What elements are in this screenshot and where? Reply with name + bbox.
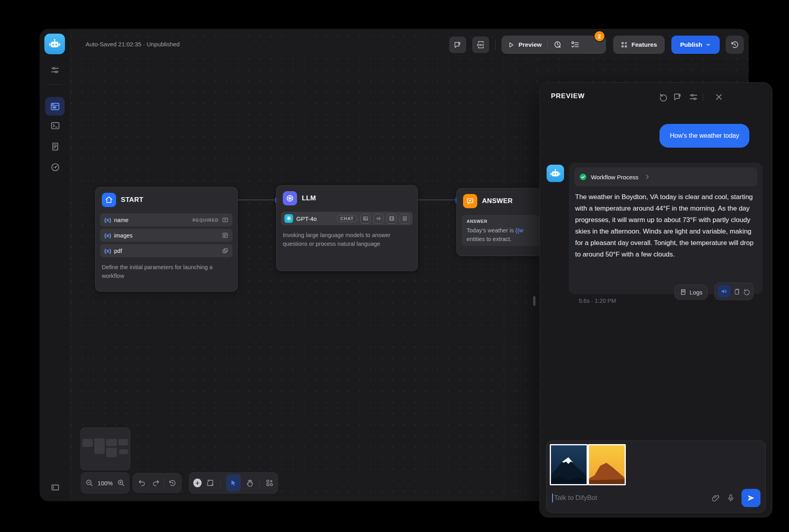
add-node-button[interactable] [193, 479, 202, 487]
paragraph-field-type-icon [222, 232, 229, 239]
chat-input-container [546, 441, 766, 513]
redo-icon[interactable] [152, 479, 160, 487]
copy-icon[interactable] [733, 288, 741, 295]
variable-icon: {x} [104, 217, 111, 223]
preview-button[interactable]: Preview [518, 41, 542, 48]
version-history-button[interactable] [726, 36, 744, 54]
message-meta: 5.6s · 1:20 PM [579, 298, 616, 304]
read-aloud-button[interactable] [717, 285, 731, 298]
bot-avatar [547, 165, 564, 182]
sidebar-settings-icon[interactable] [50, 65, 60, 75]
chat-input[interactable] [552, 494, 705, 502]
history-toolbar [133, 473, 181, 493]
node-llm[interactable]: LLM ✳ GPT-4o CHAT Invoking large [276, 185, 418, 271]
autosave-status: Auto-Saved 21:02:35 · Unpublished [86, 41, 180, 48]
sidebar-logs-tab[interactable] [50, 142, 60, 151]
panel-resize-handle[interactable] [533, 296, 536, 306]
start-node-header: START [95, 187, 237, 211]
send-icon [747, 494, 755, 502]
edge-llm-answer [417, 200, 456, 200]
zoom-level[interactable]: 100% [97, 480, 112, 486]
robot-icon [48, 37, 61, 51]
answer-template-box: ANSWER Today’s weather is {{w entities t… [462, 215, 539, 246]
annotation-icon [454, 41, 462, 49]
chat-input-row [552, 488, 760, 507]
logs-icon [680, 289, 687, 296]
start-field-name[interactable]: {x} name REQUIRED [100, 213, 233, 226]
start-node-description: Define the initial parameters for launch… [95, 257, 237, 280]
variable-icon: {x} [104, 248, 111, 254]
chevron-down-icon [705, 42, 711, 48]
home-icon [102, 193, 116, 207]
answer-variable-token: {{w [515, 227, 523, 234]
required-badge: REQUIRED [192, 218, 219, 222]
uploaded-image-fuji[interactable] [550, 444, 588, 485]
canvas-minimap[interactable] [80, 428, 130, 470]
llm-node-title: LLM [302, 194, 316, 202]
bot-message-bubble: Workflow Process The weather in Boydton,… [569, 163, 763, 294]
start-field-images[interactable]: {x} images [100, 229, 233, 242]
zoom-out-icon[interactable] [85, 479, 93, 487]
sidebar-orchestrate-tab[interactable] [45, 97, 65, 116]
zoom-toolbar: 100% [81, 472, 130, 494]
run-history-icon[interactable] [553, 40, 562, 49]
pointer-icon [229, 479, 237, 487]
organize-nodes-icon[interactable] [265, 479, 274, 487]
close-icon[interactable] [714, 92, 724, 102]
edge-start-llm [237, 200, 276, 200]
regenerate-icon[interactable] [743, 288, 751, 295]
start-field-pdf[interactable]: {x} pdf [100, 244, 233, 257]
app-logo[interactable] [44, 34, 65, 54]
publish-button[interactable]: Publish [671, 36, 720, 54]
sidebar-monitoring-tab[interactable] [50, 162, 60, 172]
hand-mode-icon[interactable] [246, 479, 254, 487]
conversation-settings-icon[interactable] [689, 92, 698, 102]
bot-message-text: The weather in Boydton, VA today is clea… [574, 191, 759, 260]
annotation-reply-icon[interactable] [673, 92, 682, 102]
orchestrate-icon [50, 101, 60, 112]
text-field-type-icon [222, 217, 229, 223]
add-note-icon[interactable] [206, 479, 215, 487]
annotation-button[interactable] [449, 36, 466, 53]
tools-toolbar [189, 472, 278, 494]
answer-template-line2: entities to extract. [467, 235, 535, 243]
node-start[interactable]: START {x} name REQUIRED {x} images {x} p… [95, 187, 238, 292]
send-button[interactable] [741, 489, 760, 507]
collapse-sidebar-icon[interactable] [50, 483, 60, 492]
restart-conversation-icon[interactable] [659, 92, 668, 102]
features-button[interactable]: Features [613, 36, 665, 54]
voice-input-icon[interactable] [726, 494, 735, 502]
variable-icon: {x} [104, 232, 111, 238]
change-history-icon[interactable] [168, 479, 176, 487]
files-field-type-icon [222, 247, 229, 254]
features-icon [621, 41, 628, 48]
speaker-icon [720, 288, 728, 295]
attach-file-icon[interactable] [711, 494, 720, 502]
preview-panel: PREVIEW How's the weather today Workflow… [539, 82, 772, 517]
pointer-mode-button[interactable] [226, 474, 241, 492]
user-message-bubble: How's the weather today [659, 124, 749, 148]
vision-capability-icon [360, 214, 370, 224]
video-capability-icon [387, 214, 396, 224]
uploaded-image-sunset[interactable] [588, 444, 626, 485]
checklist-icon[interactable] [571, 40, 579, 49]
answer-node-title: ANSWER [482, 197, 513, 205]
answer-template-line1: Today’s weather is {{w [467, 226, 535, 235]
play-icon[interactable] [508, 42, 515, 48]
llm-icon [283, 191, 297, 205]
zoom-in-icon[interactable] [117, 479, 125, 487]
audio-capability-icon [374, 214, 383, 224]
preview-panel-title: PREVIEW [551, 92, 585, 100]
logs-button[interactable]: Logs [675, 285, 708, 300]
llm-node-header: LLM [276, 186, 417, 209]
env-variables-button[interactable]: ENV [472, 36, 489, 53]
undo-icon[interactable] [138, 479, 146, 487]
sidebar-api-tab[interactable] [50, 121, 60, 130]
checklist-count-badge: 2 [595, 31, 604, 41]
message-actions [715, 283, 753, 300]
openai-gpt-icon: ✳ [284, 214, 293, 223]
success-check-icon [579, 173, 587, 181]
robot-icon [549, 167, 561, 179]
llm-model-selector[interactable]: ✳ GPT-4o CHAT [281, 212, 413, 225]
workflow-process-toggle[interactable]: Workflow Process [574, 167, 757, 186]
